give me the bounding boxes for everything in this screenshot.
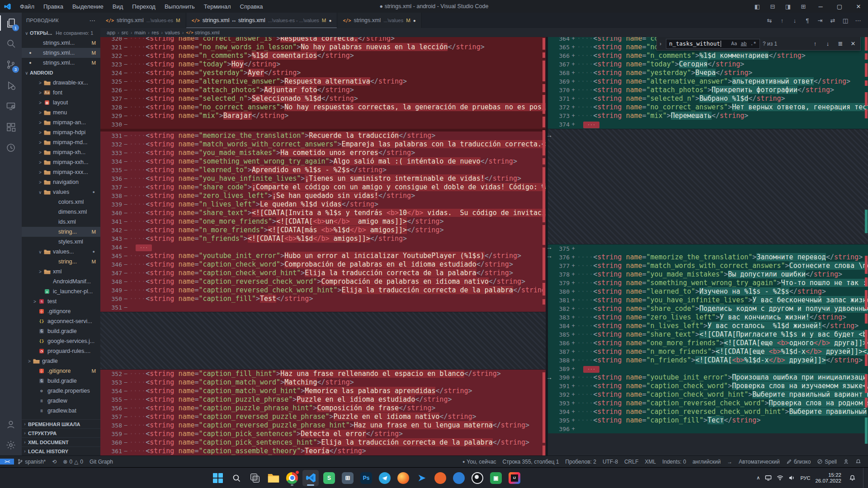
code-line-342[interactable]: 342–····<string name="n_more_friends"><!… <box>100 226 546 235</box>
code-line-328[interactable]: 328–····<string name="no_correct_answers… <box>100 103 546 112</box>
code-line-353[interactable]: 353–····<string name="caption_match_word… <box>100 378 546 387</box>
tree-item-font[interactable]: >Aafont <box>22 88 100 98</box>
code-line-361[interactable]: 361–····<string name="caption_assemble_t… <box>100 447 546 455</box>
code-line-366[interactable]: 366+····<string name="n_comments">%1$d к… <box>548 52 868 60</box>
tree-item-drawable-xx-[interactable]: >drawable-xx... <box>22 78 100 88</box>
breadcrumb-item-main[interactable]: main <box>134 30 146 35</box>
code-line-392[interactable]: 392+····<string name="caption_check_word… <box>548 390 868 399</box>
notification-center-button[interactable] <box>846 471 858 485</box>
wifi-icon[interactable] <box>777 474 783 481</box>
taskbar-photoshop-button[interactable]: Ps <box>358 470 374 486</box>
revert-block-arrow-icon[interactable]: → <box>546 253 552 259</box>
split-editor-icon[interactable]: ◫ <box>840 15 851 26</box>
code-line-351[interactable]: 351– <box>100 303 546 312</box>
sidebar-section-local-history[interactable]: ›LOCAL HISTORY <box>22 446 100 455</box>
code-line-358[interactable]: 358–····<string name="caption_reversed_p… <box>100 421 546 430</box>
code-line-354[interactable]: 354–····<string name="caption_match_word… <box>100 387 546 395</box>
code-line-334[interactable]: 334–····<string name="something_went_wro… <box>100 157 546 166</box>
taskbar-app-green-s-button[interactable]: S <box>321 470 337 486</box>
status-feedback[interactable] <box>840 459 852 465</box>
taskbar-intellij-idea-button[interactable]: IJ <box>506 470 523 486</box>
code-line-378[interactable]: 378+····<string name="you_made_mistakes"… <box>548 270 868 279</box>
code-line-335[interactable]: 335–····<string name="learned_to">Aprend… <box>100 166 546 174</box>
tree-item-values-[interactable]: ∨values...● <box>22 247 100 257</box>
code-line-389[interactable]: 389+··· <box>548 365 868 373</box>
tree-item-gradle[interactable]: >gradle <box>22 356 100 366</box>
code-line-338[interactable]: 338–····<string name="zero_lives_left">¡… <box>100 192 546 200</box>
breadcrumb-item-res[interactable]: res <box>152 30 159 35</box>
git-graph-button[interactable]: Git Graph <box>86 459 116 465</box>
code-line-370[interactable]: 370+····<string name="attach_photos">При… <box>548 86 868 94</box>
code-line-374[interactable]: 374+··· <box>548 120 868 129</box>
taskbar-app-blue-button[interactable] <box>451 470 467 486</box>
code-line-320[interactable]: 320–····<string name="correct_answer_is"… <box>100 37 546 43</box>
tree-item--gitignore[interactable]: ⟠.gitignoreM <box>22 366 100 376</box>
tree-item-string-[interactable]: string...M <box>22 257 100 267</box>
sidebar-section-xml-document[interactable]: ›XML DOCUMENT <box>22 437 100 446</box>
status-spell-language[interactable]: английский <box>689 459 724 465</box>
tree-item-string-[interactable]: string...M <box>22 227 100 237</box>
breadcrumb-item-app[interactable]: app <box>107 30 115 35</box>
find-close-icon[interactable]: ✕ <box>849 40 858 47</box>
taskbar-start-button[interactable] <box>210 470 226 486</box>
code-line-385[interactable]: 385+····<string name="share_text"><![CDA… <box>548 330 868 339</box>
code-line-347[interactable]: 347–····<string name="caption_check_word… <box>100 269 546 277</box>
editor-tab-3[interactable]: </>strings.xml...\valuesM● <box>337 13 421 28</box>
code-line-324[interactable]: 324–····<string name="yesterday">Ayer</s… <box>100 69 546 77</box>
tree-item-styles-xml[interactable]: styles.xml <box>22 237 100 247</box>
taskbar-app-orange-button[interactable] <box>432 470 448 486</box>
activity-settings-icon[interactable] <box>0 435 22 455</box>
code-line-379[interactable]: 379+····<string name="something_went_wro… <box>548 279 868 287</box>
taskbar-obs-studio-button[interactable] <box>469 470 486 486</box>
find-in-selection-icon[interactable]: ≣ <box>836 40 845 47</box>
taskbar-vscode-button[interactable] <box>302 470 319 486</box>
dirty-dot-icon[interactable]: ● <box>329 18 331 23</box>
code-line-326[interactable]: 326–····<string name="attach_photos">Adj… <box>100 86 546 94</box>
status-blame-info[interactable]: ●You, сейчас <box>459 459 500 465</box>
code-line-360[interactable]: 360–····<string name="caption_pick_sente… <box>100 438 546 447</box>
find-previous-icon[interactable]: ↑ <box>811 40 820 47</box>
code-line-344[interactable]: 344–··· <box>100 243 546 252</box>
tree-item-mipmap-xxh-[interactable]: >mipmap-xxh... <box>22 157 100 167</box>
code-line-372[interactable]: 372+····<string name="no_correct_answers… <box>548 103 868 112</box>
code-line-332[interactable]: 332–····<string name="match_words_with_c… <box>100 140 546 149</box>
code-line-381[interactable]: 381+····<string name="you_have_infinite_… <box>548 296 868 305</box>
code-line-375[interactable]: 375+ <box>548 244 868 253</box>
code-line-373[interactable]: 373+····<string name="mix">Перемешать</s… <box>548 112 868 120</box>
explorer-more-actions-icon[interactable]: ⋯ <box>90 17 96 24</box>
tree-item-mipmap-an-[interactable]: >mipmap-an... <box>22 117 100 127</box>
activity-remote-explorer-icon[interactable] <box>0 96 22 117</box>
status-eol-sequence[interactable]: CRLF <box>621 459 642 465</box>
layout-custom-icon[interactable]: ⊞ <box>796 0 811 13</box>
code-line-377[interactable]: 377+····<string name="match_words_with_c… <box>548 262 868 270</box>
sidebar-section-структура[interactable]: ›СТРУКТУРА <box>22 428 100 437</box>
status-annotations[interactable]: близко <box>783 459 814 465</box>
revert-block-arrow-icon[interactable]: → <box>546 132 552 138</box>
code-line-322[interactable]: 322–····<string name="n_comments">%1$d c… <box>100 52 546 60</box>
next-change-icon[interactable]: ↓ <box>789 15 800 26</box>
tree-item-mipmap-md-[interactable]: >mipmap-md... <box>22 137 100 147</box>
tree-item-layout[interactable]: >▤layout <box>22 98 100 108</box>
tree-item-androidmanif-[interactable]: AndroidManif... <box>22 277 100 286</box>
breadcrumb-item-strings.xml[interactable]: strings.xml <box>195 30 220 35</box>
menu-item-терминал[interactable]: Терминал <box>200 2 235 11</box>
menu-item-справка[interactable]: Справка <box>236 2 267 11</box>
code-line-339[interactable]: 339–····<string name="n_lives_left">Le q… <box>100 200 546 209</box>
more-actions-icon[interactable]: ⋯ <box>853 15 863 26</box>
code-line-386[interactable]: 386+····<string name="one_more_friends">… <box>548 339 868 347</box>
regex-icon[interactable]: .* <box>749 41 758 47</box>
code-line-348[interactable]: 348–····<string name="caption_reversed_c… <box>100 277 546 286</box>
status-auto-detect[interactable]: Автоматический <box>736 459 783 465</box>
status-indents[interactable]: Indents: 0 <box>659 459 689 465</box>
tree-item-gradlew-bat[interactable]: ≡gradlew.bat <box>22 406 100 416</box>
diff-pane-original[interactable]: 320–····<string name="correct_answer_is"… <box>100 37 546 455</box>
tree-item-proguard-rules-[interactable]: ◔proguard-rules.... <box>22 346 100 356</box>
menu-item-выделение[interactable]: Выделение <box>68 2 108 11</box>
clock[interactable]: 15:22 26.07.2022 <box>815 472 841 484</box>
taskbar-app-blue-arrow-button[interactable] <box>414 470 430 486</box>
code-line-395[interactable]: 395+····<string name="caption_fill">Тест… <box>548 416 868 425</box>
code-line-355[interactable]: 355–····<string name="caption_puzzle_phr… <box>100 395 546 404</box>
status-notifications[interactable] <box>852 459 864 465</box>
tree-item-mipmap-hdpi[interactable]: >mipmap-hdpi <box>22 127 100 137</box>
find-replace-toggle-icon[interactable]: › <box>658 41 663 47</box>
